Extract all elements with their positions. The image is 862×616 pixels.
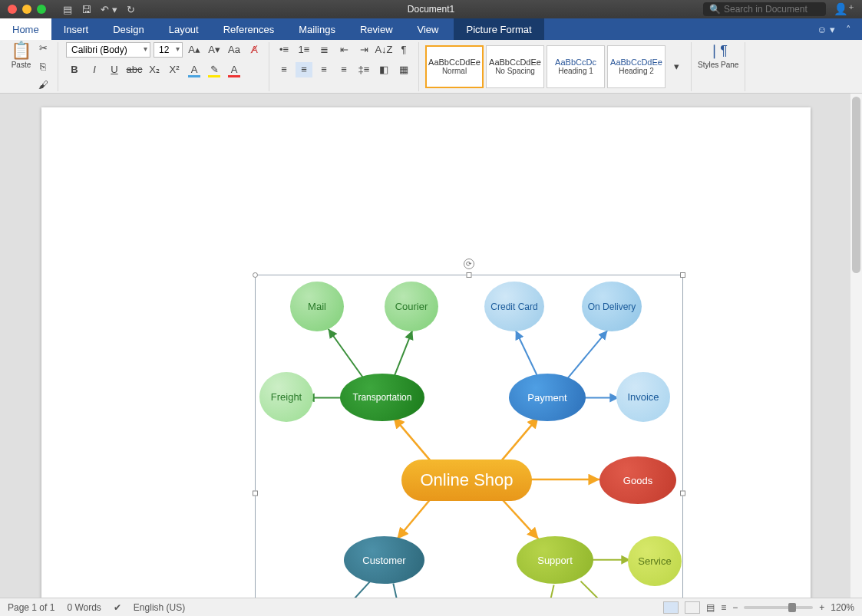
node-courier: Courier (385, 282, 438, 331)
cut-icon[interactable]: ✂ (35, 41, 51, 56)
tab-home[interactable]: Home (0, 18, 51, 40)
style-normal[interactable]: AaBbCcDdEe Normal (425, 45, 484, 88)
picture-selection[interactable]: ⟳ (255, 275, 683, 598)
strikethrough-button[interactable]: abc (126, 62, 143, 77)
share-icon[interactable]: 👤⁺ (834, 2, 854, 16)
zoom-level[interactable]: 120% (831, 602, 854, 613)
zoom-knob[interactable] (788, 603, 796, 612)
superscript-button[interactable]: X² (166, 62, 183, 77)
justify-icon[interactable]: ≡ (335, 62, 352, 77)
tab-review[interactable]: Review (348, 18, 405, 40)
close-icon[interactable] (8, 5, 17, 14)
numbering-icon[interactable]: 1≡ (296, 42, 312, 58)
line-spacing-icon[interactable]: ‡≡ (355, 62, 372, 77)
show-marks-icon[interactable]: ¶ (395, 42, 412, 58)
zoom-slider[interactable] (744, 606, 813, 609)
redo-icon[interactable]: ↻ (127, 4, 135, 15)
format-painter-icon[interactable]: 🖌 (35, 77, 51, 93)
underline-button[interactable]: U (106, 62, 123, 77)
word-count[interactable]: 0 Words (67, 602, 101, 613)
svg-line-14 (580, 581, 615, 598)
zoom-in-icon[interactable]: + (819, 602, 824, 613)
increase-indent-icon[interactable]: ⇥ (355, 42, 372, 58)
smiley-icon[interactable]: ☺ ▾ (817, 24, 835, 35)
italic-button[interactable]: I (86, 62, 103, 77)
vertical-scrollbar[interactable] (850, 94, 862, 598)
tab-mailings[interactable]: Mailings (286, 18, 348, 40)
tab-insert[interactable]: Insert (51, 18, 101, 40)
style-heading-1[interactable]: AaBbCcDc Heading 1 (547, 45, 605, 88)
node-goods: Goods (599, 456, 676, 504)
outline-view-icon[interactable]: ≡ (721, 602, 726, 613)
search-icon: 🔍 (709, 4, 721, 15)
tab-design[interactable]: Design (101, 18, 156, 40)
search-input[interactable] (724, 4, 816, 15)
svg-line-6 (393, 331, 412, 379)
bold-button[interactable]: B (66, 62, 83, 77)
save-icon[interactable]: ▤ (63, 4, 72, 15)
minimize-icon[interactable] (22, 5, 31, 14)
shrink-font-icon[interactable]: A▾ (206, 42, 223, 58)
styles-pane-group[interactable]: ❘¶ Styles Pane (692, 42, 745, 91)
font-size-select[interactable]: 12 (154, 42, 183, 58)
styles-more-icon[interactable]: ▾ (668, 59, 685, 74)
subscript-button[interactable]: X₂ (146, 62, 163, 77)
grow-font-icon[interactable]: A▴ (186, 42, 203, 58)
page-indicator[interactable]: Page 1 of 1 (8, 602, 54, 613)
text-effects-icon[interactable]: A (186, 62, 203, 77)
clipboard-group: 📋 Paste ✂ ⎘ 🖌 (5, 42, 58, 91)
paragraph-group: •≡ 1≡ ≣ ⇤ ⇥ A↓Z ¶ ≡ ≡ ≡ ≡ ‡≡ ◧ ▦ (269, 42, 419, 91)
zoom-icon[interactable] (37, 5, 46, 14)
font-name-select[interactable]: Calibri (Body) (66, 42, 150, 58)
decrease-indent-icon[interactable]: ⇤ (335, 42, 352, 58)
scrollbar-thumb[interactable] (852, 97, 860, 273)
borders-icon[interactable]: ▦ (395, 62, 412, 77)
ribbon-tabs: Home Insert Design Layout References Mai… (0, 18, 862, 40)
tab-picture-format[interactable]: Picture Format (454, 18, 543, 40)
styles-pane-icon: ❘¶ (708, 42, 728, 59)
bullets-icon[interactable]: •≡ (276, 42, 292, 58)
quick-access-toolbar: ▤ 🖫 ↶ ▾ ↻ (63, 4, 135, 15)
node-on-delivery: On Delivery (582, 282, 642, 331)
shading-icon[interactable]: ◧ (375, 62, 392, 77)
node-customer: Customer (344, 536, 424, 584)
save-as-icon[interactable]: 🖫 (81, 4, 91, 15)
style-heading-2[interactable]: AaBbCcDdEe Heading 2 (607, 45, 665, 88)
align-right-icon[interactable]: ≡ (315, 62, 332, 77)
tab-layout[interactable]: Layout (157, 18, 211, 40)
web-layout-view-icon[interactable] (685, 601, 700, 614)
svg-line-15 (543, 585, 554, 598)
clear-formatting-icon[interactable]: A̸ (246, 42, 263, 58)
style-no-spacing[interactable]: AaBbCcDdEe No Spacing (486, 45, 544, 88)
align-center-icon[interactable]: ≡ (296, 62, 312, 77)
node-freight: Freight (259, 372, 313, 422)
font-group: Calibri (Body) 12 A▴ A▾ Aa A̸ B I U abc … (58, 42, 269, 91)
highlight-icon[interactable]: ✎ (206, 62, 223, 77)
search-box[interactable]: 🔍 (703, 2, 826, 16)
tab-references[interactable]: References (211, 18, 286, 40)
spellcheck-icon[interactable]: ✔ (114, 602, 121, 613)
sort-icon[interactable]: A↓Z (375, 42, 392, 58)
copy-icon[interactable]: ⎘ (35, 59, 51, 74)
tab-view[interactable]: View (405, 18, 451, 40)
collapse-ribbon-icon[interactable]: ˄ (846, 24, 851, 35)
node-support: Support (517, 536, 593, 584)
page: ⟳ (41, 107, 811, 598)
language-indicator[interactable]: English (US) (134, 602, 185, 613)
zoom-out-icon[interactable]: − (732, 602, 738, 613)
focus-view-icon[interactable]: ▤ (706, 602, 715, 613)
multilevel-list-icon[interactable]: ≣ (315, 42, 332, 58)
print-layout-view-icon[interactable] (663, 601, 679, 614)
paste-icon[interactable]: 📋 (11, 41, 31, 61)
paste-label: Paste (12, 61, 31, 69)
styles-group: AaBbCcDdEe Normal AaBbCcDdEe No Spacing … (419, 42, 692, 91)
undo-icon[interactable]: ↶ ▾ (101, 4, 117, 15)
rotate-handle[interactable]: ⟳ (464, 259, 474, 269)
window-controls (0, 5, 54, 14)
change-case-icon[interactable]: Aa (226, 42, 243, 58)
svg-line-12 (393, 584, 405, 598)
document-viewport[interactable]: ⟳ (0, 94, 850, 598)
font-color-icon[interactable]: A (226, 62, 243, 77)
svg-line-9 (566, 331, 608, 381)
align-left-icon[interactable]: ≡ (276, 62, 292, 77)
